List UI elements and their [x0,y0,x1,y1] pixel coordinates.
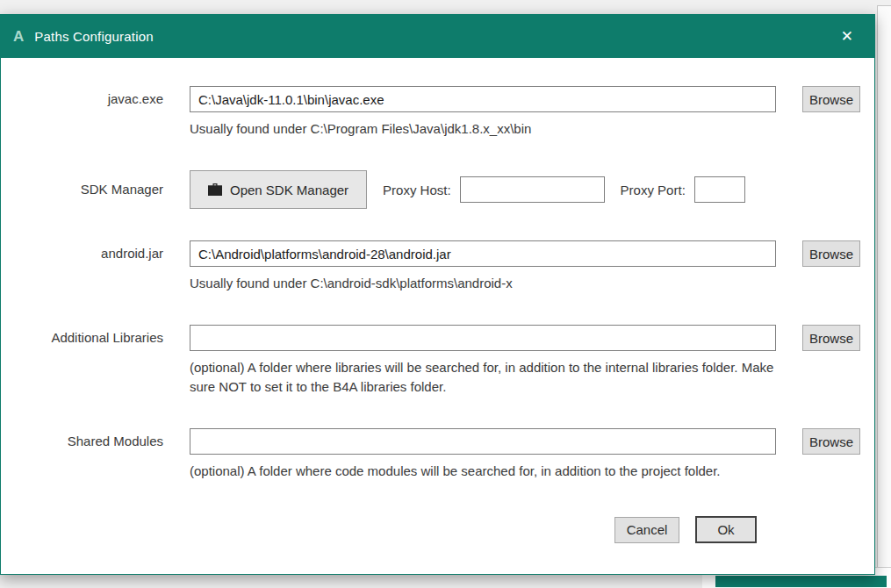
cancel-button[interactable]: Cancel [614,517,679,543]
close-icon[interactable]: ✕ [836,25,859,47]
row-javac: javac.exe Usually found under C:\Program… [1,86,859,139]
row-shared-modules: Shared Modules (optional) A folder where… [1,428,859,481]
additional-libraries-label: Additional Libraries [1,325,163,351]
dialog-footer: Cancel Ok [1,516,859,543]
android-jar-hint: Usually found under C:\android-sdk\platf… [190,274,776,293]
open-sdk-manager-button[interactable]: Open SDK Manager [190,170,367,209]
row-additional-libraries: Additional Libraries (optional) A folder… [1,325,859,397]
javac-hint: Usually found under C:\Program Files\Jav… [190,119,776,139]
proxy-host-label: Proxy Host: [383,183,451,197]
additional-libraries-input[interactable] [190,325,776,351]
background-teal-bar [715,576,887,587]
sdk-manager-icon [208,183,222,196]
android-jar-path-input[interactable] [190,240,776,267]
shared-modules-label: Shared Modules [1,428,163,455]
background-window-fragment-right [877,5,891,584]
sdk-manager-label: SDK Manager [1,170,163,209]
additional-libraries-browse-button[interactable]: Browse [802,325,860,351]
dialog-body: javac.exe Usually found under C:\Program… [1,58,874,543]
android-jar-browse-button[interactable]: Browse [802,240,860,267]
dialog-title: Paths Configuration [34,29,154,44]
javac-browse-button[interactable]: Browse [802,86,860,112]
proxy-port-input[interactable] [694,176,745,203]
shared-modules-input[interactable] [190,428,776,455]
javac-path-input[interactable] [190,86,776,112]
sdk-manager-controls: Open SDK Manager Proxy Host: Proxy Port: [190,170,776,209]
android-jar-label: android.jar [1,240,163,267]
shared-modules-main: (optional) A folder where code modules w… [190,428,776,481]
app-logo-icon: A [13,28,24,46]
dialog-titlebar[interactable]: A Paths Configuration ✕ [1,15,874,58]
additional-libraries-main: (optional) A folder where libraries will… [190,325,776,397]
shared-modules-browse-button[interactable]: Browse [802,428,860,455]
javac-label: javac.exe [1,86,163,112]
row-android-jar: android.jar Usually found under C:\andro… [1,240,859,293]
ok-button[interactable]: Ok [695,516,757,543]
paths-configuration-dialog: A Paths Configuration ✕ javac.exe Usuall… [0,14,875,575]
row-sdk-manager: SDK Manager Open SDK Manager Proxy Host:… [1,170,859,209]
javac-main: Usually found under C:\Program Files\Jav… [190,86,776,139]
shared-modules-hint: (optional) A folder where code modules w… [190,462,776,481]
android-jar-main: Usually found under C:\android-sdk\platf… [190,240,776,293]
proxy-port-label: Proxy Port: [621,183,686,197]
open-sdk-manager-button-label: Open SDK Manager [230,183,348,197]
additional-libraries-hint: (optional) A folder where libraries will… [190,358,776,397]
proxy-host-input[interactable] [460,176,605,203]
